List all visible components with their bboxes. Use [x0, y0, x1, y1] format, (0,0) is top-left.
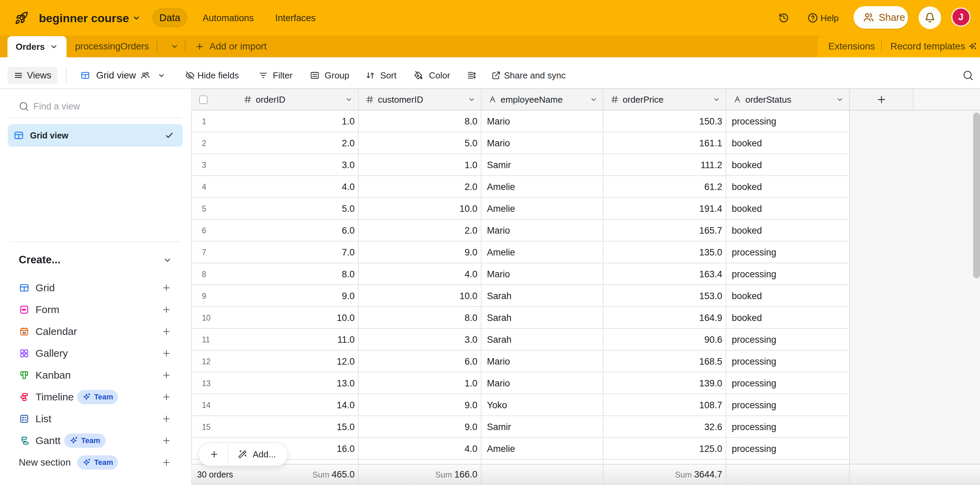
- svg-text:31: 31: [22, 331, 26, 335]
